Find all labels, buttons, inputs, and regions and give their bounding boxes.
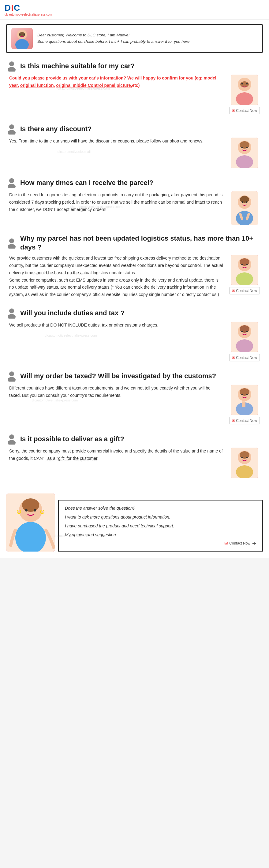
- answer-side-6: ✉Contact Now: [226, 384, 263, 424]
- faq-item-4: Why my parcel has not been updated logis…: [6, 234, 263, 299]
- svg-point-31: [9, 239, 14, 243]
- svg-point-68: [41, 510, 43, 513]
- faq-answer-row-7: Sorry, the courier company must provide …: [6, 447, 263, 478]
- avatar-6: [231, 384, 258, 415]
- svg-point-22: [8, 184, 16, 188]
- person-icon-5: [6, 308, 17, 318]
- svg-point-13: [9, 124, 14, 129]
- svg-point-71: [25, 509, 28, 512]
- contact-btn-4[interactable]: ✉Contact Now: [229, 287, 260, 294]
- faq-section: Is this machine suitable for my car? Cou…: [0, 58, 269, 490]
- avatar-3: [231, 191, 258, 225]
- person-icon-6: [6, 371, 17, 381]
- question-text-4: Why my parcel has not been updated logis…: [20, 234, 263, 252]
- welcome-banner: Dear customer, Welcome to DLC store, I a…: [6, 24, 263, 53]
- svg-point-44: [241, 331, 243, 332]
- svg-point-52: [241, 394, 243, 395]
- svg-point-56: [9, 434, 14, 439]
- svg-point-4: [24, 34, 25, 35]
- faq-item-5: Will you include duties and tax ? We sel…: [6, 308, 263, 362]
- question-text-1: Is this machine suitable for my car?: [20, 62, 134, 71]
- svg-point-60: [240, 451, 249, 459]
- svg-point-36: [241, 264, 243, 266]
- faq-answer-row-6: Different countries have different taxat…: [6, 384, 263, 424]
- svg-point-18: [241, 147, 243, 148]
- person-icon-1: [6, 61, 17, 71]
- svg-point-17: [240, 141, 249, 149]
- bottom-qa-item-3: I have purchased the product and need te…: [65, 523, 256, 529]
- contact-btn-1[interactable]: ✉Contact Now: [229, 107, 260, 114]
- faq-answer-row-2: Yes, From time to time our shop will hav…: [6, 137, 263, 168]
- svg-point-3: [19, 34, 21, 35]
- page-wrapper: DIC dlcautomotiveelectr.aliexpress.com D…: [0, 0, 269, 558]
- person-icon-2: [6, 124, 17, 134]
- faq-answer-row-3: Due to the need for rigorous testing of …: [6, 191, 263, 225]
- svg-point-28: [236, 211, 253, 225]
- svg-point-26: [242, 202, 243, 203]
- faq-question-2: Is there any discount?: [6, 124, 263, 134]
- question-text-7: Is it possible to deliver as a gift?: [20, 435, 124, 444]
- answer-text-4: We provide customers with the quickest a…: [9, 255, 226, 299]
- faq-item-1: Is this machine suitable for my car? Cou…: [6, 61, 263, 114]
- question-text-3: How many times can I receive the parcel?: [20, 179, 153, 187]
- avatar-2: [231, 137, 258, 168]
- svg-point-11: [246, 83, 248, 85]
- svg-point-57: [8, 440, 16, 444]
- welcome-avatar: [11, 28, 33, 49]
- svg-point-25: [240, 196, 249, 203]
- svg-point-40: [8, 314, 16, 318]
- answer-text-2: Yes, From time to time our shop will hav…: [9, 137, 226, 145]
- svg-point-66: [22, 498, 39, 512]
- answer-side-7: [226, 447, 263, 478]
- svg-point-14: [8, 130, 16, 134]
- question-text-2: Is there any discount?: [20, 125, 92, 134]
- faq-answer-row-4: We provide customers with the quickest a…: [6, 255, 263, 299]
- faq-question-5: Will you include duties and tax ?: [6, 308, 263, 318]
- answer-side-5: ✉Contact Now: [226, 322, 263, 362]
- svg-point-53: [246, 394, 248, 395]
- bottom-contact-btn[interactable]: ✉ Contact Now ➔: [65, 540, 256, 546]
- svg-point-39: [9, 309, 14, 313]
- bottom-qa-box: Does the answer solve the question? I wa…: [58, 500, 263, 552]
- svg-point-72: [34, 509, 36, 512]
- email-icon-bottom: ✉: [224, 541, 228, 546]
- avatar-4: [231, 255, 258, 285]
- svg-point-51: [240, 388, 249, 396]
- faq-item-7: Is it possible to deliver as a gift? Sor…: [6, 434, 263, 478]
- faq-question-4: Why my parcel has not been updated logis…: [6, 234, 263, 252]
- faq-item-3: How many times can I receive the parcel?…: [6, 177, 263, 225]
- svg-point-20: [236, 155, 253, 168]
- faq-item-2: Is there any discount? Yes, From time to…: [6, 124, 263, 168]
- answer-text-7: Sorry, the courier company must provide …: [9, 447, 226, 462]
- answer-side-2: [226, 137, 263, 168]
- svg-point-5: [9, 61, 14, 66]
- answer-side-1: ✉Contact Now: [226, 74, 263, 114]
- person-icon-4: [6, 238, 17, 249]
- question-text-6: Will my order be taxed? Will be investig…: [20, 372, 216, 381]
- bottom-qa-item-1: Does the answer solve the question?: [65, 505, 256, 512]
- bottom-qa-item-2: I want to ask more questions about produ…: [65, 514, 256, 520]
- svg-point-48: [8, 377, 16, 381]
- svg-point-38: [236, 272, 253, 285]
- store-url: dlcautomotiveelectr.aliexpress.com: [5, 13, 52, 16]
- answer-text-3: Due to the need for rigorous testing of …: [9, 191, 226, 213]
- faq-question-7: Is it possible to deliver as a gift?: [6, 434, 263, 444]
- arrow-icon-bottom: ➔: [252, 540, 256, 546]
- header: DIC dlcautomotiveelectr.aliexpress.com: [0, 0, 269, 20]
- svg-point-12: [236, 92, 253, 105]
- contact-btn-5[interactable]: ✉Contact Now: [229, 354, 260, 362]
- bottom-section: Does the answer solve the question? I wa…: [0, 490, 269, 558]
- svg-point-63: [236, 465, 253, 478]
- svg-point-37: [246, 264, 248, 266]
- avatar-1: [231, 74, 258, 105]
- svg-point-45: [246, 331, 248, 332]
- svg-point-21: [9, 178, 14, 183]
- contact-btn-6[interactable]: ✉Contact Now: [229, 417, 260, 424]
- svg-point-27: [246, 202, 247, 203]
- svg-point-32: [8, 244, 16, 249]
- question-text-5: Will you include duties and tax ?: [20, 309, 124, 318]
- header-logo: DIC dlcautomotiveelectr.aliexpress.com: [5, 3, 52, 16]
- faq-question-1: Is this machine suitable for my car?: [6, 61, 263, 71]
- svg-point-6: [8, 67, 16, 71]
- bottom-avatar: [6, 493, 55, 552]
